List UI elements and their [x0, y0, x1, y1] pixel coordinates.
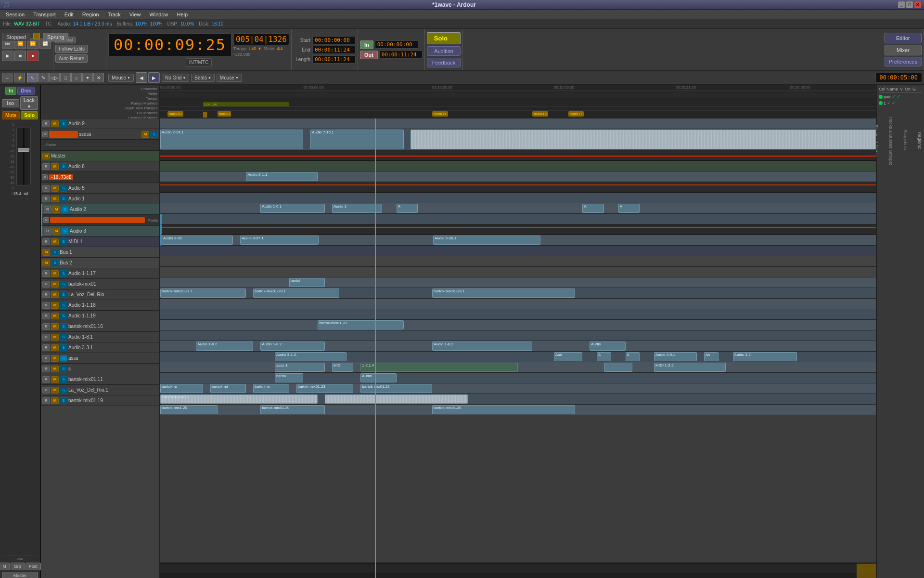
track-solo-bus2[interactable]: S: [51, 260, 59, 266]
grab-tool[interactable]: ↖: [27, 73, 38, 82]
track-solo-audio5[interactable]: S: [60, 185, 67, 192]
track-solo-lavoz[interactable]: S: [60, 291, 67, 298]
track-record-lavoz1[interactable]: R: [42, 387, 50, 394]
timeline-bus1[interactable]: [160, 256, 876, 267]
menu-track[interactable]: Track: [104, 11, 125, 18]
vca-post-button[interactable]: Post: [26, 563, 41, 570]
lock-button[interactable]: Lock ▲: [20, 96, 38, 110]
timeline-master[interactable]: [160, 161, 876, 171]
track-fader-bar-audio2[interactable]: [50, 217, 145, 223]
track-record-lavoz[interactable]: R: [42, 291, 50, 298]
track-mute-audio5[interactable]: M: [51, 185, 59, 192]
track-mute-audio1[interactable]: M: [51, 196, 59, 202]
menu-view[interactable]: View: [126, 11, 145, 18]
track-mute-bartok0116[interactable]: M: [51, 323, 59, 330]
track-x-audio8[interactable]: ✕: [42, 174, 48, 180]
menu-window[interactable]: Window: [145, 11, 172, 18]
track-solo-asss[interactable]: S: [60, 355, 67, 362]
record-button[interactable]: ●: [27, 51, 38, 61]
iso-button[interactable]: Iso: [2, 99, 19, 107]
timeline-audio181[interactable]: Audio 1-8.2 Audio 1-8.2 Audio 1-8.2 Audi…: [160, 341, 876, 352]
track-mute-asss[interactable]: M: [51, 355, 59, 362]
track-x-audio2[interactable]: ✕: [43, 217, 49, 223]
track-solo-audio331[interactable]: S: [60, 344, 67, 351]
track-record-audio331[interactable]: R: [42, 344, 50, 351]
follow-edits-button[interactable]: Follow Edits: [55, 45, 88, 53]
track-record-audio1[interactable]: R: [42, 196, 50, 202]
menu-session[interactable]: Session: [2, 11, 28, 18]
track-record-audio1118[interactable]: R: [42, 302, 50, 309]
delete-tool[interactable]: ✕: [93, 73, 104, 82]
track-record-bartok0111[interactable]: R: [42, 376, 50, 383]
track-record-bartok0116[interactable]: R: [42, 323, 50, 330]
track-record-bartok01[interactable]: R: [42, 281, 50, 288]
track-solo-lavoz1[interactable]: S: [60, 387, 67, 394]
timeline-audio2[interactable]: [160, 214, 876, 224]
track-mute-bus1[interactable]: M: [42, 249, 50, 256]
timeline-bartok0111[interactable]: bartok-m bartok-mi bartok-m bartok-mix01…: [160, 383, 876, 394]
track-record-audio3[interactable]: R: [44, 228, 51, 235]
mouse-mode-dropdown[interactable]: Mouse: [108, 74, 134, 82]
draw-tool[interactable]: ✦: [82, 73, 93, 82]
timeline-audio3[interactable]: Audio 3-36. Audio 3-37.1 Audio 3-30.1: [160, 235, 876, 246]
timeline-audio5[interactable]: [160, 193, 876, 203]
preferences-button[interactable]: Preferences: [885, 57, 922, 66]
audition-button[interactable]: Audition: [427, 46, 461, 56]
track-mute-audio9[interactable]: M: [51, 120, 59, 127]
slide-mode-button[interactable]: ↔: [2, 73, 13, 82]
track-mute-bartok01[interactable]: M: [51, 281, 59, 288]
track-solo-bartok0119[interactable]: S: [60, 397, 67, 404]
track-solo-bartok0116[interactable]: S: [60, 323, 67, 330]
smart-mode-button[interactable]: ⚡: [14, 73, 25, 82]
timeline-audio9[interactable]: [160, 118, 876, 129]
timeline-audio1118[interactable]: [160, 309, 876, 320]
punch-in-button[interactable]: In: [360, 40, 373, 49]
track-mute-audio181[interactable]: M: [51, 334, 59, 341]
track-record-audio5[interactable]: R: [42, 185, 50, 192]
track-mute-s[interactable]: M: [51, 366, 59, 372]
prev-button[interactable]: ◀: [136, 72, 147, 83]
menu-region[interactable]: Region: [78, 11, 103, 18]
edit-tool[interactable]: ✎: [38, 73, 49, 82]
trim-tool[interactable]: ◁▷: [49, 73, 60, 82]
disk-button[interactable]: Disk: [17, 87, 34, 95]
minimize-button[interactable]: _: [898, 1, 905, 8]
stop-button[interactable]: ■: [14, 51, 26, 61]
track-record-asss[interactable]: R: [42, 355, 50, 362]
track-solo-ssdss[interactable]: S: [150, 131, 158, 138]
in-button[interactable]: In: [5, 87, 16, 95]
track-mute-audio1118[interactable]: M: [51, 302, 59, 309]
solo-strip-button[interactable]: Solo: [21, 111, 38, 119]
timeline-bartok0116[interactable]: [160, 330, 876, 341]
track-solo-audio8[interactable]: S: [60, 163, 67, 170]
timeline-audio1[interactable]: Audio 1-6.1 Audio 1 A A A: [160, 203, 876, 214]
track-record-s[interactable]: R: [42, 366, 50, 372]
track-mute-audio2[interactable]: M: [52, 206, 60, 213]
timeline-bartok01[interactable]: bartok-mix01-27.1 bartok-mix01-39.1 bart…: [160, 288, 876, 299]
menu-edit[interactable]: Edit: [61, 11, 77, 18]
timeline-bartok0119[interactable]: bartok-mix1.20 bartok-mix01.20 bartok-mi…: [160, 405, 876, 415]
sidebar-tab-snapshots[interactable]: Snapshots:: [903, 130, 908, 151]
timeline-s[interactable]: bartol Audio: [160, 373, 876, 383]
track-mute-midi1[interactable]: M: [51, 238, 59, 245]
mute-button[interactable]: Mute: [2, 111, 20, 119]
track-solo-audio9[interactable]: S: [60, 120, 67, 127]
main-clock[interactable]: 00:00:09:25: [108, 33, 231, 56]
play-button[interactable]: ▶: [2, 51, 13, 61]
timeline-audio1119[interactable]: bartok-mix01.20: [160, 320, 876, 330]
track-mute-bartok0111[interactable]: M: [51, 376, 59, 383]
track-solo-audio3[interactable]: S: [61, 228, 69, 235]
timeline-audio8[interactable]: Audio 8-1.1: [160, 171, 876, 182]
track-fader-ssdss[interactable]: [49, 131, 78, 138]
track-record-audio2[interactable]: R: [44, 206, 51, 213]
track-mute-audio1117[interactable]: M: [51, 270, 59, 277]
track-record-audio9[interactable]: R: [42, 120, 50, 127]
close-button[interactable]: ✕: [914, 1, 921, 8]
track-mute-audio1119[interactable]: M: [51, 313, 59, 319]
fader-slider[interactable]: [16, 128, 31, 185]
track-mute-lavoz[interactable]: M: [51, 291, 59, 298]
maximize-button[interactable]: □: [906, 1, 913, 8]
zoom-tool[interactable]: ⌕: [71, 73, 82, 82]
track-mute-bus2[interactable]: M: [42, 260, 50, 266]
editor-button[interactable]: Editor: [885, 33, 922, 43]
